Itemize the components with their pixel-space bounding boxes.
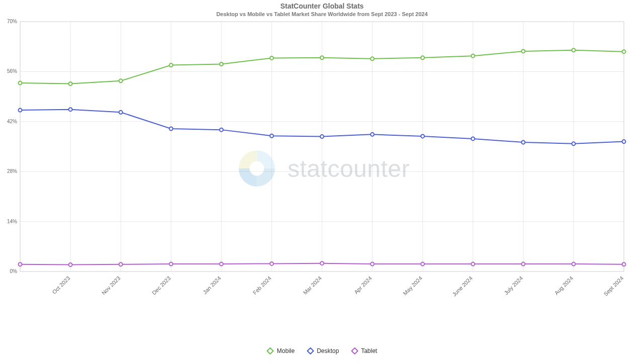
data-point [320,261,324,265]
x-tick-label: Jan 2024 [202,275,222,295]
data-point [320,135,324,138]
x-tick-label: Oct 2023 [51,275,71,295]
data-point [471,137,475,140]
data-point [19,81,22,85]
data-point [320,56,324,59]
data-point [220,62,223,66]
chart-subtitle: Desktop vs Mobile vs Tablet Market Share… [0,11,644,17]
data-point [170,262,173,266]
data-point [572,262,576,266]
x-tick-label: Nov 2023 [101,275,122,296]
data-point [119,111,123,114]
data-point [371,262,374,266]
data-point [170,127,173,131]
y-tick-label: 0% [10,268,18,274]
legend-marker-icon [307,347,314,354]
data-point [421,262,425,266]
data-point [622,50,626,53]
chart-title: StatCounter Global Stats [0,2,644,10]
data-point [220,262,223,266]
svg-marker-22 [352,348,358,354]
data-point [471,262,475,266]
data-point [522,140,525,144]
legend-label: Mobile [277,347,294,354]
x-tick-label: June 2024 [451,275,474,298]
legend-label: Desktop [317,347,339,354]
data-point [220,128,223,132]
data-point [622,140,626,143]
x-tick-label: Dec 2023 [151,275,172,296]
x-tick-label: July 2024 [503,275,524,296]
data-point [421,56,425,59]
data-point [119,262,123,266]
x-tick-label: May 2024 [402,275,424,297]
legend-marker-icon [351,347,358,354]
svg-marker-20 [267,348,273,354]
data-point [622,262,626,266]
data-point [371,133,374,136]
legend-item-desktop[interactable]: Desktop [307,347,339,354]
data-point [572,48,576,52]
y-tick-label: 42% [7,119,17,124]
data-point [421,134,425,138]
legend-item-mobile[interactable]: Mobile [267,347,294,354]
data-point [270,262,274,265]
data-point [170,63,173,67]
legend-marker-icon [267,347,274,354]
x-tick-label: Mar 2024 [302,275,323,296]
data-point [270,56,274,60]
legend-item-tablet[interactable]: Tablet [351,347,377,354]
y-tick-label: 56% [7,68,17,74]
data-point [19,262,22,266]
data-point [572,142,576,145]
y-tick-label: 28% [7,168,17,174]
data-point [69,263,72,266]
x-tick-label: Apr 2024 [353,275,373,295]
data-point [522,49,525,53]
legend-label: Tablet [361,347,377,354]
legend: MobileDesktopTablet [0,347,644,356]
data-point [119,79,123,82]
data-point [69,108,72,111]
data-point [522,262,525,266]
data-point [471,54,475,58]
x-tick-label: Sept 2024 [602,275,624,297]
data-point [371,57,374,60]
data-point [270,134,274,138]
svg-marker-21 [307,348,313,354]
y-tick-label: 70% [7,19,17,24]
data-point [19,109,22,112]
y-tick-label: 14% [7,219,17,224]
data-point [69,82,72,85]
plot-area: statcounter 0%14%28%42%56%70%Oct 2023Nov… [0,18,644,319]
x-tick-label: Aug 2024 [553,275,575,296]
line-chart: 0%14%28%42%56%70%Oct 2023Nov 2023Dec 202… [0,18,644,299]
x-tick-label: Feb 2024 [252,275,272,296]
